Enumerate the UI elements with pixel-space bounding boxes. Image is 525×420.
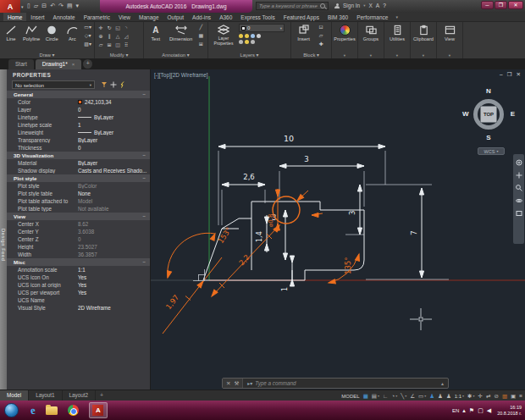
zoom-icon[interactable] (516, 185, 522, 191)
line-button[interactable]: Line (2, 24, 20, 51)
panel-clipboard-collapsed[interactable]: Clipboard ▾ (411, 22, 437, 58)
tab-add-ins[interactable]: Add-ins (188, 13, 215, 21)
tab-a360[interactable]: A360 (215, 13, 236, 21)
qat-customize-caret-icon[interactable]: ▾ (76, 2, 80, 10)
prop-row-transparency[interactable]: TransparencyByLayer (7, 136, 150, 144)
collapse-icon[interactable]: − (142, 213, 146, 219)
save-icon[interactable]: ⊟ (41, 2, 47, 10)
command-history-caret-icon[interactable]: ▲ (440, 381, 445, 386)
linear-dimensions[interactable]: 10 3 2,6 3 7 3 (218, 134, 424, 291)
arc-button[interactable]: Arc (63, 24, 81, 51)
new-layout-button[interactable]: + (96, 390, 108, 401)
restore-button[interactable]: ❐ (495, 1, 507, 9)
steering-wheel-icon[interactable] (516, 159, 522, 166)
tab-performance[interactable]: Performance (352, 13, 392, 21)
customization-icon[interactable]: ≡ (519, 393, 522, 399)
part-profile[interactable] (203, 202, 364, 280)
layers-panel-label[interactable]: Layers ▾ (208, 52, 290, 58)
tab-manage[interactable]: Manage (135, 13, 163, 21)
isolate-objects-icon[interactable]: ⊘ (494, 393, 498, 400)
orbit-icon[interactable] (516, 197, 522, 204)
panel-properties-collapsed[interactable]: Properties ▾ (332, 22, 358, 58)
internet-explorer-icon[interactable]: e (30, 403, 36, 417)
object-snap-tracking-icon[interactable]: ∠ (410, 393, 415, 400)
prop-row-center-z[interactable]: Center Z0 (7, 235, 150, 243)
text-button[interactable]: A Text (146, 24, 166, 51)
annotation-monitor-icon[interactable]: ✛ (478, 393, 483, 400)
redo-icon[interactable]: ↷ (58, 2, 64, 10)
rotate-icon[interactable]: ↻ (105, 24, 113, 32)
panel-groups-collapsed[interactable]: Groups ▾ (358, 22, 384, 58)
plot-icon[interactable]: ▤ (67, 2, 73, 10)
prop-row-material[interactable]: MaterialByLayer (7, 159, 150, 167)
layout-tab-layout1[interactable]: Layout1 (29, 390, 62, 401)
volume-icon[interactable]: ◀ (487, 407, 491, 414)
tab-view[interactable]: View (114, 13, 135, 21)
selection-dropdown[interactable]: No selection ▾ (12, 80, 95, 89)
tab-featured-apps[interactable]: Featured Apps (279, 13, 323, 21)
table-tool-icon[interactable]: ▦ (199, 32, 204, 40)
isodraft-caret-icon[interactable]: ▾ (405, 394, 406, 398)
pan-icon[interactable] (516, 172, 522, 179)
layer-properties-button[interactable]: Layer Properties (210, 24, 237, 51)
toggle-pickadd-icon[interactable] (101, 81, 108, 88)
prop-row-plot-style[interactable]: Plot styleByColor (7, 182, 150, 190)
tab-output[interactable]: Output (163, 13, 189, 21)
prop-row-annotation-scale[interactable]: Annotation scale1:1 (7, 266, 150, 274)
command-input[interactable]: Type a command (255, 380, 296, 386)
polar-caret-icon[interactable]: ▾ (395, 394, 397, 398)
ortho-icon[interactable]: ∟ (383, 393, 388, 399)
prop-row-color[interactable]: Color242,103,34 (7, 98, 150, 106)
sign-in-caret-icon[interactable]: ▾ (363, 2, 365, 10)
file-tab-close-icon[interactable]: × (72, 59, 75, 69)
fillet-icon[interactable]: ◝ (122, 24, 130, 32)
scale-caret-icon[interactable]: ▾ (462, 394, 464, 398)
prop-row-visual-style[interactable]: Visual Style2D Wireframe (7, 304, 150, 312)
draw-panel-label[interactable]: Draw ▾ (0, 52, 94, 58)
show-motion-icon[interactable] (516, 210, 522, 217)
new-icon[interactable]: ▯ (27, 2, 30, 10)
units-share-icon[interactable]: ⇄ (486, 393, 490, 400)
viewcube-north[interactable]: N (462, 87, 515, 95)
erase-icon[interactable]: ▱ (97, 41, 105, 49)
action-center-flag-icon[interactable]: ⚑ (469, 407, 474, 414)
modify-panel-label[interactable]: Modify ▾ (95, 52, 143, 58)
annotation-more-icon[interactable]: ⊞ (199, 41, 203, 48)
prop-row-lineweight[interactable]: LineweightByLayer (7, 129, 150, 136)
command-close-icon[interactable]: ✕ (226, 380, 230, 387)
prop-row-ucs-name[interactable]: UCS Name (7, 296, 150, 304)
scale-icon[interactable]: ◿ (122, 32, 130, 41)
file-tab-drawing1[interactable]: Drawing1* × (36, 59, 82, 69)
explorer-folder-icon[interactable] (46, 406, 58, 415)
collapse-icon[interactable]: − (142, 91, 146, 97)
hatch-tool-icon[interactable]: ▨▾ (84, 41, 91, 48)
layer-freeze-icon[interactable] (245, 34, 249, 38)
section-view[interactable]: View− (7, 213, 150, 220)
offset-icon[interactable]: ◫ (113, 41, 122, 49)
create-block-icon[interactable]: ⊡ (318, 24, 323, 31)
prop-row-shadow-display[interactable]: Shadow displayCasts and Receives Shado..… (7, 167, 150, 174)
prop-row-ucs-icon-origin[interactable]: UCS icon at originYes (7, 281, 150, 289)
ribbon-options-caret-icon[interactable]: ▾ (395, 13, 398, 21)
layer-color-icon[interactable] (257, 34, 261, 38)
array-icon[interactable]: ⠿ (122, 41, 130, 49)
layout-tab-model[interactable]: Model (0, 390, 29, 401)
undo-icon[interactable]: ↶ (50, 2, 55, 10)
prop-row-plot-style-table[interactable]: Plot style tableNone (7, 190, 150, 197)
stretch-icon[interactable]: △ (113, 32, 122, 41)
dynamic-input-icon[interactable]: ▭ (418, 393, 423, 400)
close-button[interactable]: ✕ (508, 1, 523, 9)
move-icon[interactable]: ✛ (97, 24, 105, 32)
prop-row-ucs-icon-on[interactable]: UCS icon OnYes (7, 274, 150, 281)
annotation-visibility-icon[interactable]: ♟ (429, 393, 434, 400)
tab-insert[interactable]: Insert (26, 13, 48, 21)
section-misc[interactable]: Misc− (7, 258, 150, 266)
sign-in-button[interactable]: Sign In (343, 2, 360, 10)
prop-row-center-y[interactable]: Center Y3.6038 (7, 228, 150, 235)
panel-utilities-collapsed[interactable]: Utilities ▾ (384, 22, 411, 58)
quick-select-icon[interactable] (119, 81, 126, 88)
ellipse-tool-icon[interactable]: ◇▾ (85, 32, 91, 40)
collapse-icon[interactable]: − (142, 259, 146, 265)
polar-tracking-icon[interactable]: ◔ (391, 393, 395, 399)
hardware-acceleration-icon[interactable]: ▥ (502, 393, 507, 400)
